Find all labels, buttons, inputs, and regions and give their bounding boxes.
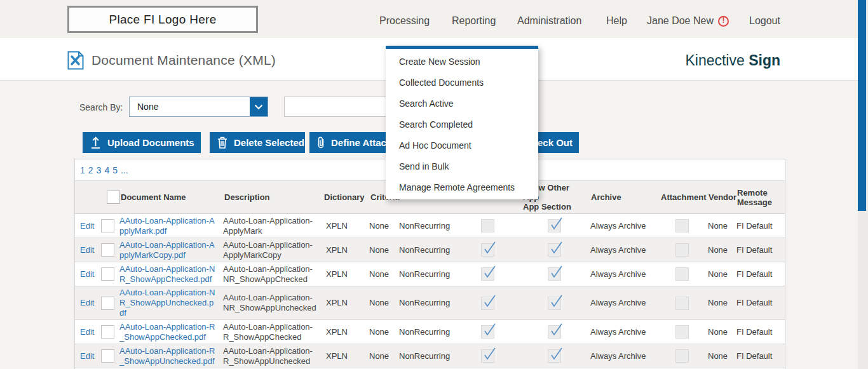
description-cell: AAuto-Loan-Application-ApplyMarkCopy	[222, 238, 322, 262]
show-other-app-checkbox[interactable]	[548, 243, 561, 257]
row-checkbox[interactable]	[101, 267, 114, 281]
col-dictionary[interactable]: Dictionary	[322, 181, 368, 213]
vertical-scrollbar[interactable]	[858, 0, 868, 369]
archive-cell: Always Archive	[588, 238, 658, 262]
document-name-cell: AAuto-Loan-Application-NR_ShowAppChecked…	[118, 262, 222, 286]
menu-item-search-active[interactable]: Search Active	[386, 93, 538, 114]
delete-selected-button[interactable]: Delete Selected	[210, 132, 305, 153]
menu-item-search-completed[interactable]: Search Completed	[386, 114, 538, 135]
menu-item-collected-documents[interactable]: Collected Documents	[386, 72, 538, 93]
page-link[interactable]: 2	[88, 165, 93, 175]
flag1-checkbox[interactable]	[481, 243, 494, 257]
document-maintenance-icon	[67, 51, 84, 70]
nav-reporting[interactable]: Reporting	[452, 15, 496, 27]
edit-link[interactable]: Edit	[80, 245, 94, 255]
edit-link[interactable]: Edit	[80, 221, 94, 231]
menu-item-manage-remote-agreements[interactable]: Manage Remote Agreements	[386, 177, 538, 198]
scrollbar-thumb[interactable]	[858, 0, 866, 211]
row-checkbox[interactable]	[101, 219, 114, 232]
show-other-app-checkbox[interactable]	[548, 325, 561, 339]
document-name-link[interactable]: AAuto-Loan-Application-NR_ShowAppChecked…	[119, 264, 217, 285]
nav-administration[interactable]: Administration	[517, 15, 581, 27]
nav-logout[interactable]: Logout	[749, 15, 780, 27]
menu-item-send-in-bulk[interactable]: Send in Bulk	[386, 156, 538, 177]
document-name-cell: AAuto-Loan-Application-R_ShowAppUnchecke…	[118, 344, 222, 368]
document-name-link[interactable]: AAuto-Loan-Application-R_ShowAppUnchecke…	[119, 346, 217, 366]
page-link[interactable]: 3	[97, 165, 102, 175]
upload-documents-button[interactable]: Upload Documents	[83, 132, 201, 153]
edit-link[interactable]: Edit	[80, 269, 94, 279]
col-vendor[interactable]: Vendor	[706, 181, 735, 213]
description-cell: AAuto-Loan-Application-R_ShowAppChecked	[222, 320, 322, 344]
row-checkbox[interactable]	[101, 243, 114, 257]
flag1-cell	[471, 238, 504, 262]
show-other-app-cell	[504, 214, 588, 238]
col-attachment[interactable]: Attachment	[658, 181, 706, 213]
document-name-link[interactable]: AAuto-Loan-Application-R_ShowAppChecked.…	[119, 322, 217, 342]
document-name-link[interactable]: AAuto-Loan-Application-ApplyMarkCopy.pdf	[119, 240, 217, 260]
page-link[interactable]: 1	[80, 165, 85, 175]
attachment-cell	[658, 286, 706, 319]
show-other-app-checkbox[interactable]	[548, 219, 561, 232]
table-row: EditAAuto-Loan-Application-ApplyMarkCopy…	[75, 238, 785, 262]
flag1-cell	[471, 262, 504, 286]
row-select-cell	[97, 238, 118, 262]
description-cell: AAuto-Loan-Application-NR_ShowAppChecked	[222, 262, 322, 286]
col-description[interactable]: Description	[222, 181, 322, 213]
row-checkbox[interactable]	[101, 297, 114, 310]
flag1-cell	[471, 344, 504, 368]
row-checkbox[interactable]	[101, 349, 114, 363]
show-other-app-checkbox[interactable]	[548, 267, 561, 281]
remote-message-cell: FI Default	[735, 344, 786, 368]
edit-link[interactable]: Edit	[80, 327, 94, 337]
check-icon	[482, 346, 497, 361]
search-by-select[interactable]: None	[129, 97, 268, 117]
edit-link[interactable]: Edit	[80, 351, 94, 361]
col-remote-message[interactable]: Remote Message	[735, 181, 786, 213]
criteria-cell: None	[368, 320, 398, 344]
nav-help[interactable]: Help	[606, 15, 627, 27]
recurring-cell: NonRecurring	[398, 320, 471, 344]
page-link[interactable]: 5	[112, 165, 118, 175]
attachment-checkbox[interactable]	[675, 267, 689, 281]
document-name-cell: AAuto-Loan-Application-ApplyMark.pdf	[118, 214, 222, 238]
edit-link[interactable]: Edit	[80, 298, 94, 308]
archive-cell: Always Archive	[588, 214, 658, 238]
attachment-checkbox[interactable]	[675, 325, 689, 339]
document-name-link[interactable]: AAuto-Loan-Application-NR_ShowAppUncheck…	[119, 288, 217, 318]
attachment-checkbox[interactable]	[675, 243, 689, 257]
nav-processing[interactable]: Processing	[379, 15, 430, 27]
col-show-other-app-line2: App Section	[523, 202, 587, 211]
page-link[interactable]: ...	[121, 165, 128, 175]
edit-cell: Edit	[75, 214, 97, 238]
show-other-app-checkbox[interactable]	[548, 297, 561, 310]
flag1-checkbox[interactable]	[481, 349, 494, 363]
remote-message-cell: FI Default	[735, 320, 786, 344]
criteria-cell: None	[368, 262, 398, 286]
attachment-cell	[658, 344, 706, 368]
chevron-down-icon[interactable]	[250, 97, 268, 116]
flag1-checkbox[interactable]	[481, 219, 494, 232]
page-link[interactable]: 4	[104, 165, 109, 175]
row-checkbox[interactable]	[101, 325, 114, 339]
vendor-cell: None	[706, 214, 735, 238]
recurring-cell: NonRecurring	[398, 286, 471, 319]
col-archive[interactable]: Archive	[588, 181, 658, 213]
nav-user[interactable]: Jane Doe New	[647, 15, 729, 27]
attachment-checkbox[interactable]	[675, 219, 689, 232]
attachment-checkbox[interactable]	[675, 297, 689, 310]
edit-column-header	[75, 181, 97, 213]
processing-dropdown-menu: Create New SessionCollected DocumentsSea…	[386, 46, 538, 199]
menu-item-ad-hoc-document[interactable]: Ad Hoc Document	[386, 135, 538, 156]
table-row: EditAAuto-Loan-Application-NR_ShowAppUnc…	[75, 286, 785, 320]
document-name-link[interactable]: AAuto-Loan-Application-ApplyMark.pdf	[119, 216, 217, 236]
col-document-name[interactable]: Document Name	[118, 181, 222, 213]
menu-item-create-new-session[interactable]: Create New Session	[386, 51, 538, 72]
attachment-checkbox[interactable]	[675, 349, 689, 363]
flag1-checkbox[interactable]	[481, 325, 494, 339]
show-other-app-checkbox[interactable]	[548, 349, 561, 363]
flag1-checkbox[interactable]	[481, 297, 494, 310]
trash-icon	[217, 137, 227, 149]
top-bar: Place FI Logo Here Processing Reporting …	[0, 0, 868, 38]
flag1-checkbox[interactable]	[481, 267, 494, 281]
